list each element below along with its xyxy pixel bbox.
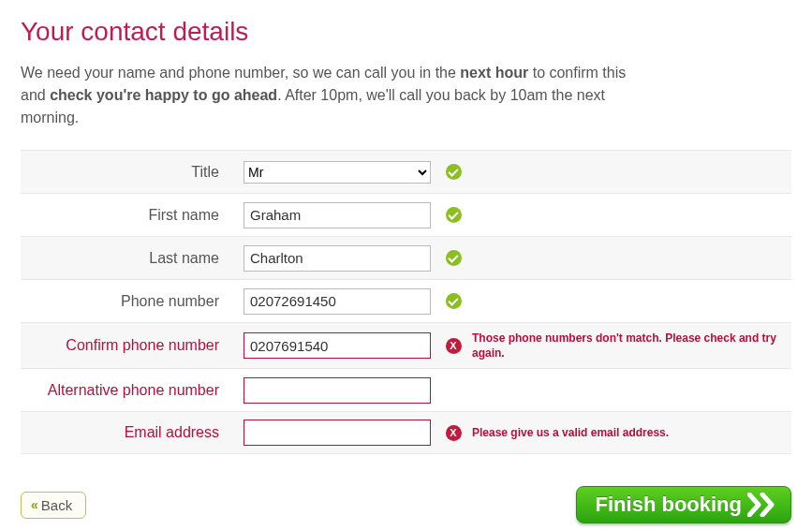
error-icon: X xyxy=(446,338,462,354)
back-button[interactable]: « Back xyxy=(21,492,86,519)
row-confirm-phone: Confirm phone number X Those phone numbe… xyxy=(21,322,791,368)
chevron-left-icon: « xyxy=(31,497,36,512)
label-title: Title xyxy=(21,164,244,181)
check-icon xyxy=(446,207,462,223)
contact-form: Title Mr First name Last name Phone numb… xyxy=(21,150,791,454)
label-phone: Phone number xyxy=(21,293,244,310)
row-title: Title Mr xyxy=(21,150,791,193)
error-icon: X xyxy=(446,425,462,441)
confirm-phone-input[interactable] xyxy=(244,332,431,359)
intro-text: We need your name and phone number, so w… xyxy=(21,62,639,129)
chevron-right-icon xyxy=(747,493,781,517)
actions-bar: « Back Finish booking xyxy=(21,486,791,523)
row-phone: Phone number xyxy=(21,279,791,322)
title-select[interactable]: Mr xyxy=(244,161,431,184)
first-name-input[interactable] xyxy=(244,202,431,228)
row-alt-phone: Alternative phone number xyxy=(21,368,791,411)
check-icon xyxy=(446,293,462,309)
email-input[interactable] xyxy=(244,420,431,446)
label-last-name: Last name xyxy=(21,250,244,267)
label-email: Email address xyxy=(21,424,244,441)
row-email: Email address X Please give us a valid e… xyxy=(21,411,791,454)
check-icon xyxy=(446,250,462,266)
row-first-name: First name xyxy=(21,193,791,236)
last-name-input[interactable] xyxy=(244,245,431,272)
finish-booking-button[interactable]: Finish booking xyxy=(576,486,791,523)
alt-phone-input[interactable] xyxy=(244,377,431,404)
row-last-name: Last name xyxy=(21,236,791,279)
label-alt-phone: Alternative phone number xyxy=(21,382,244,399)
error-confirm-phone: Those phone numbers don't match. Please … xyxy=(466,331,791,361)
label-first-name: First name xyxy=(21,207,244,224)
check-icon xyxy=(446,164,462,180)
error-email: Please give us a valid email address. xyxy=(466,425,791,440)
page-title: Your contact details xyxy=(21,17,791,47)
phone-input[interactable] xyxy=(244,288,431,315)
label-confirm-phone: Confirm phone number xyxy=(21,337,244,354)
